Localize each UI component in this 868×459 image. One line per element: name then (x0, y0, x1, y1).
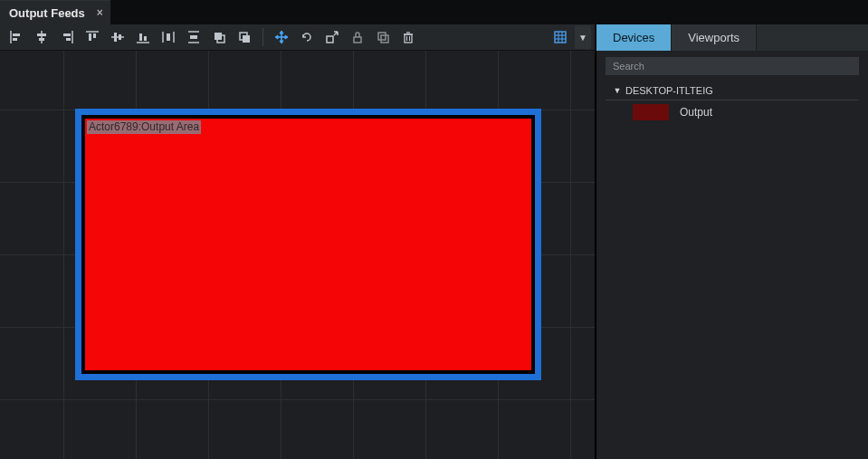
align-top-button[interactable] (80, 25, 105, 49)
right-panel: Devices Viewports ▼ DESKTOP-ITLTEIG Outp… (596, 24, 868, 459)
svg-rect-20 (167, 33, 170, 41)
align-middle-v-button[interactable] (105, 25, 130, 49)
svg-rect-4 (37, 33, 46, 36)
align-right-button[interactable] (54, 25, 80, 49)
output-item-label: Output (680, 106, 712, 119)
svg-rect-17 (144, 36, 147, 41)
duplicate-button[interactable] (370, 25, 396, 49)
align-center-h-button[interactable] (29, 25, 54, 49)
svg-rect-5 (39, 38, 44, 41)
svg-rect-2 (13, 38, 17, 41)
search-input[interactable] (606, 57, 859, 75)
bring-front-button[interactable] (206, 25, 232, 49)
close-icon[interactable]: × (97, 6, 103, 19)
svg-rect-23 (190, 35, 197, 39)
document-tabbar: Output Feeds × (0, 0, 868, 24)
collapse-icon: ▼ (613, 86, 622, 95)
svg-rect-10 (89, 33, 91, 41)
svg-rect-8 (66, 38, 71, 41)
device-name: DESKTOP-ITLTEIG (625, 85, 713, 96)
svg-rect-33 (381, 35, 388, 43)
svg-rect-32 (378, 33, 386, 40)
svg-rect-30 (327, 36, 333, 43)
align-left-button[interactable] (4, 25, 29, 49)
lock-button[interactable] (345, 25, 370, 49)
output-item[interactable]: Output (596, 100, 868, 124)
device-section-header[interactable]: ▼ DESKTOP-ITLTEIG (606, 80, 859, 100)
right-panel-tabs: Devices Viewports (596, 24, 868, 51)
svg-rect-1 (13, 33, 20, 36)
tab-devices[interactable]: Devices (596, 24, 672, 51)
tab-viewports[interactable]: Viewports (672, 24, 757, 51)
send-back-button[interactable] (232, 25, 257, 49)
align-bottom-button[interactable] (130, 25, 156, 49)
svg-rect-39 (555, 32, 566, 43)
grid-options-dropdown[interactable]: ▼ (575, 25, 591, 49)
svg-rect-26 (243, 35, 250, 43)
move-tool-button[interactable] (269, 25, 294, 49)
alignment-toolbar: ▼ (0, 24, 595, 51)
svg-rect-24 (215, 33, 222, 40)
svg-rect-11 (93, 33, 96, 38)
output-swatch (633, 104, 669, 120)
tab-label: Output Feeds (9, 6, 85, 20)
svg-rect-31 (354, 37, 361, 43)
svg-rect-34 (405, 34, 412, 43)
node-label: Actor6789:Output Area (87, 120, 201, 134)
output-area-fill: Actor6789:Output Area (85, 119, 531, 370)
distribute-v-button[interactable] (181, 25, 206, 49)
output-area-node[interactable]: Actor6789:Output Area (75, 109, 541, 380)
rotate-tool-button[interactable] (294, 25, 320, 49)
scale-tool-button[interactable] (320, 25, 345, 49)
svg-rect-16 (139, 33, 142, 41)
toolbar-separator (262, 28, 263, 46)
svg-rect-14 (119, 34, 121, 40)
distribute-h-button[interactable] (156, 25, 181, 49)
canvas[interactable]: Actor6789:Output Area (0, 51, 595, 459)
svg-rect-13 (114, 33, 117, 42)
svg-rect-7 (63, 33, 71, 36)
delete-button[interactable] (396, 25, 421, 49)
tab-output-feeds[interactable]: Output Feeds × (0, 0, 110, 24)
grid-toggle-button[interactable] (548, 25, 573, 49)
